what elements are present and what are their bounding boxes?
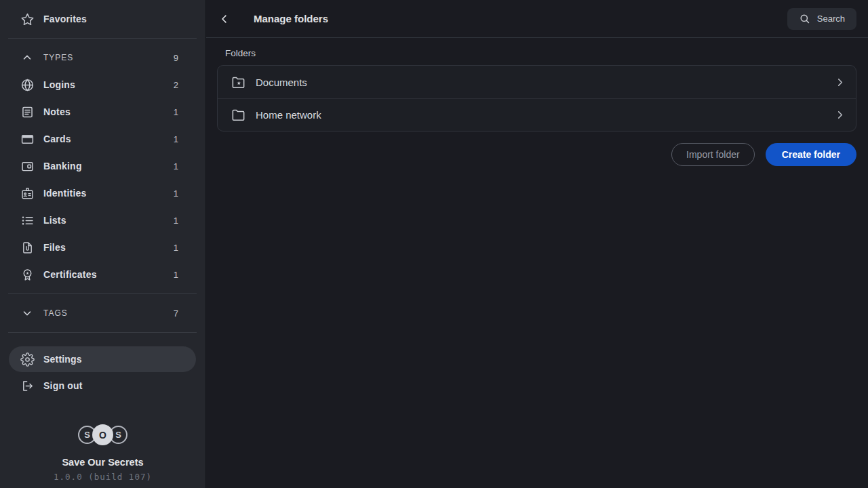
list-icon — [19, 214, 35, 228]
star-icon — [19, 12, 35, 26]
sidebar-item-lists[interactable]: Lists 1 — [0, 207, 205, 234]
sos-logo: S O S — [78, 424, 127, 445]
page-title: Manage folders — [254, 13, 328, 24]
favorites-label: Favorites — [43, 14, 87, 24]
credit-card-icon — [19, 132, 35, 146]
sidebar-item-settings[interactable]: Settings — [9, 346, 196, 372]
signout-label: Sign out — [43, 380, 83, 391]
divider — [8, 293, 197, 294]
item-count: 1 — [174, 270, 178, 280]
wallet-icon — [19, 159, 35, 174]
sidebar-item-cards[interactable]: Cards 1 — [0, 125, 205, 152]
gear-icon — [19, 352, 35, 367]
id-badge-icon — [19, 186, 35, 201]
folder-name: Documents — [256, 77, 307, 88]
item-count: 1 — [174, 243, 178, 253]
sidebar-footer: S O S Save Our Secrets 1.0.0 (build 107) — [0, 424, 205, 482]
sidebar-item-label: Identities — [43, 188, 86, 199]
folders-group-label: Folders — [225, 48, 856, 58]
sidebar-item-label: Notes — [43, 106, 71, 117]
search-icon — [799, 13, 810, 24]
sidebar-item-label: Lists — [43, 215, 66, 226]
chevron-right-icon — [834, 77, 846, 88]
settings-label: Settings — [43, 354, 82, 365]
divider — [8, 332, 197, 333]
sidebar-item-banking[interactable]: Banking 1 — [0, 152, 205, 180]
sidebar-item-notes[interactable]: Notes 1 — [0, 98, 205, 125]
item-count: 1 — [174, 161, 178, 171]
import-folder-button[interactable]: Import folder — [671, 143, 755, 166]
sidebar-item-certificates[interactable]: Certificates 1 — [0, 261, 205, 288]
sidebar-item-label: Cards — [43, 134, 71, 144]
app-name: Save Our Secrets — [62, 457, 143, 468]
create-folder-button[interactable]: Create folder — [766, 143, 856, 166]
certificate-icon — [19, 268, 35, 282]
folder-name: Home network — [256, 109, 321, 121]
sidebar-item-signout[interactable]: Sign out — [0, 372, 205, 399]
item-count: 1 — [174, 216, 178, 226]
app-version: 1.0.0 (build 107) — [54, 472, 152, 482]
chevron-left-icon — [218, 13, 231, 25]
sidebar-item-identities[interactable]: Identities 1 — [0, 180, 205, 207]
back-button[interactable] — [216, 11, 233, 27]
item-count: 2 — [174, 80, 178, 90]
content-area: Folders Documents — [206, 38, 868, 166]
main-header: Manage folders Search — [206, 0, 868, 38]
chevron-right-icon — [834, 109, 846, 121]
sidebar-item-label: Banking — [43, 161, 82, 171]
tags-count: 7 — [174, 308, 178, 319]
main-panel: Manage folders Search Folders D — [206, 0, 868, 488]
section-header-tags[interactable]: TAGS 7 — [0, 300, 205, 327]
item-count: 1 — [174, 134, 178, 144]
types-count: 9 — [174, 53, 178, 63]
chevron-up-icon — [19, 52, 35, 64]
folder-actions: Import folder Create folder — [217, 143, 856, 166]
folder-row-home-network[interactable]: Home network — [218, 98, 856, 131]
search-button[interactable]: Search — [787, 8, 856, 30]
divider — [8, 38, 197, 39]
sidebar-item-label: Logins — [43, 79, 75, 90]
sidebar-item-label: Files — [43, 242, 66, 253]
item-count: 1 — [174, 188, 178, 199]
note-icon — [19, 105, 35, 119]
item-count: 1 — [174, 107, 178, 117]
types-section-label: TYPES — [43, 53, 73, 62]
tags-section-label: TAGS — [43, 308, 68, 318]
sidebar-item-label: Certificates — [43, 269, 97, 280]
folder-row-documents[interactable]: Documents — [218, 66, 856, 98]
section-header-types[interactable]: TYPES 9 — [0, 44, 205, 71]
sidebar-item-favorites[interactable]: Favorites — [0, 5, 205, 33]
chevron-down-icon — [19, 307, 35, 319]
search-label: Search — [817, 14, 845, 24]
sidebar-item-logins[interactable]: Logins 2 — [0, 71, 205, 98]
sidebar: Favorites TYPES 9 Logins 2 — [0, 0, 206, 488]
folder-icon — [230, 107, 246, 123]
sidebar-item-files[interactable]: Files 1 — [0, 234, 205, 261]
sign-out-icon — [19, 379, 35, 393]
folder-star-icon — [230, 75, 246, 90]
file-paperclip-icon — [19, 241, 35, 255]
globe-icon — [19, 78, 35, 92]
folder-list: Documents Home network — [217, 65, 856, 131]
logo-letter-middle: O — [92, 424, 113, 445]
